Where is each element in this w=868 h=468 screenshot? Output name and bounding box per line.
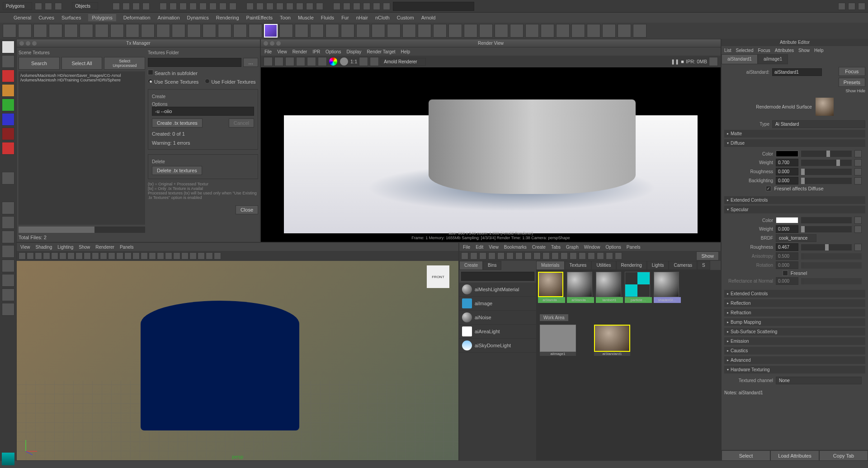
rv-icon[interactable] [709,57,718,66]
min-dot[interactable] [26,41,30,46]
vp-tool-icon[interactable] [206,252,213,260]
shelf-tab[interactable]: PaintEffects [246,15,273,20]
hs-tool-icon[interactable] [615,252,622,260]
extended-section[interactable]: Extended Controls [724,196,865,204]
shelf-tab[interactable]: Fur [341,15,349,20]
tb-icon[interactable] [373,3,380,10]
tb-icon[interactable] [179,3,187,10]
graph-node[interactable]: aiImage1 [540,325,576,356]
spec-weight-input[interactable] [776,225,798,233]
hs-tool-icon[interactable] [461,252,468,260]
min-dot[interactable] [270,41,274,46]
fresnel-diffuse-checkbox[interactable] [766,186,771,191]
tb-icon[interactable] [383,3,390,10]
hs-tool-icon[interactable] [561,252,568,260]
create-tx-button[interactable]: Create .tx textures [152,118,203,128]
tb-icon[interactable] [160,3,167,10]
close-dot[interactable] [264,41,268,46]
ae-menu-item[interactable]: Selected [736,48,754,53]
shelf-btn[interactable] [618,24,631,38]
tb-icon[interactable] [353,3,360,10]
renderer-dropdown[interactable]: Arnold Renderer [381,58,426,66]
tb-icon[interactable] [256,3,264,10]
reflection-section[interactable]: Reflection [724,299,865,307]
shelf-tab[interactable]: Animation [158,15,180,20]
lasso-tool[interactable] [2,55,14,68]
shelf-tab[interactable]: Surfaces [61,15,81,20]
layout-icon[interactable] [2,303,14,316]
vp-menu-item[interactable]: View [20,245,30,250]
map-icon[interactable] [854,217,862,224]
shelf-btn[interactable] [279,24,293,38]
shelf-tab[interactable]: Rendering [216,15,239,20]
map-icon[interactable] [854,244,862,251]
graph-node[interactable]: aiStandard1 [594,325,630,356]
textures-folder-input[interactable] [148,58,241,67]
max-dot[interactable] [32,41,37,46]
diffuse-section[interactable]: Diffuse [724,139,865,147]
hs-tool-icon[interactable] [570,252,577,260]
shelf-tab[interactable]: Muscle [298,15,314,20]
vp-menu-item[interactable]: Lighting [57,245,73,250]
layout-icon[interactable] [858,3,865,10]
shelf-btn[interactable] [433,24,447,38]
layout-single[interactable] [2,172,14,184]
shelf-btn[interactable] [3,24,16,38]
type-dropdown[interactable]: Ai Standard [772,120,865,128]
vp-tool-icon[interactable] [19,252,26,260]
rv-menu-item[interactable]: Help [401,49,410,54]
vp-tool-icon[interactable] [27,252,34,260]
hs-menu-item[interactable]: Options [605,245,621,250]
viewport-canvas[interactable]: FRONT persp [17,261,458,460]
map-icon[interactable] [854,159,862,166]
specular-section[interactable]: Specular [724,206,865,213]
hs-tool-icon[interactable] [606,252,613,260]
shelf-tab[interactable]: Fluids [321,15,334,20]
delete-tx-button[interactable]: Delete .tx textures [152,166,202,175]
shelf-btn[interactable] [541,24,554,38]
vp-tool-icon[interactable] [124,252,132,260]
spec-color-slider[interactable] [801,217,852,223]
roughness-slider[interactable] [801,169,852,175]
vp-tool-icon[interactable] [157,252,164,260]
use-scene-radio[interactable] [148,79,153,84]
shelf-btn[interactable] [203,24,216,38]
rv-icon[interactable] [285,57,294,66]
layout-icon[interactable] [2,274,14,287]
hs-list-item[interactable]: aiSkyDomeLight [459,339,536,353]
render-canvas[interactable]: size: 960 x 540 zoom: 1.000 (Arnold Rend… [261,67,721,242]
layout-icon[interactable] [2,231,14,243]
vp-tool-icon[interactable] [59,252,66,260]
shelf-btn[interactable] [387,24,401,38]
paint-tool[interactable] [2,70,14,82]
diffuse-color-swatch[interactable] [776,151,798,157]
vp-tool-icon[interactable] [51,252,58,260]
shelf-tab[interactable]: Dynamics [187,15,209,20]
scale-tool[interactable] [2,113,14,126]
caustics-section[interactable]: Caustics [724,347,865,355]
use-folder-radio[interactable] [205,79,210,84]
presets-button[interactable]: Presets [839,78,865,87]
spec-roughness-slider[interactable] [801,244,852,251]
save-icon[interactable] [55,3,62,10]
vp-menu-item[interactable]: Shading [36,245,52,250]
tb-icon[interactable] [333,3,340,10]
rendering-tab[interactable]: Rendering [616,261,647,270]
vp-tool-icon[interactable] [198,252,205,260]
advanced-section[interactable]: Advanced [724,356,865,364]
shelf-tab[interactable]: Deformation [123,15,151,20]
mode-dropdown[interactable]: Polygons [3,2,32,10]
rv-menu-item[interactable]: Options [326,49,341,54]
backlight-input[interactable] [776,177,798,184]
vp-tool-icon[interactable] [43,252,50,260]
shelf-btn[interactable] [172,24,185,38]
show-button[interactable]: Show [696,251,719,260]
hs-tool-icon[interactable] [579,252,586,260]
close-dot[interactable] [19,41,24,46]
node-name-input[interactable] [772,68,822,76]
shelf-tab[interactable]: Toon [280,15,291,20]
shelf-btn[interactable] [571,24,585,38]
view-cube[interactable]: FRONT [427,265,449,288]
shelf-btn[interactable] [418,24,431,38]
cameras-tab[interactable]: Cameras [669,261,697,270]
